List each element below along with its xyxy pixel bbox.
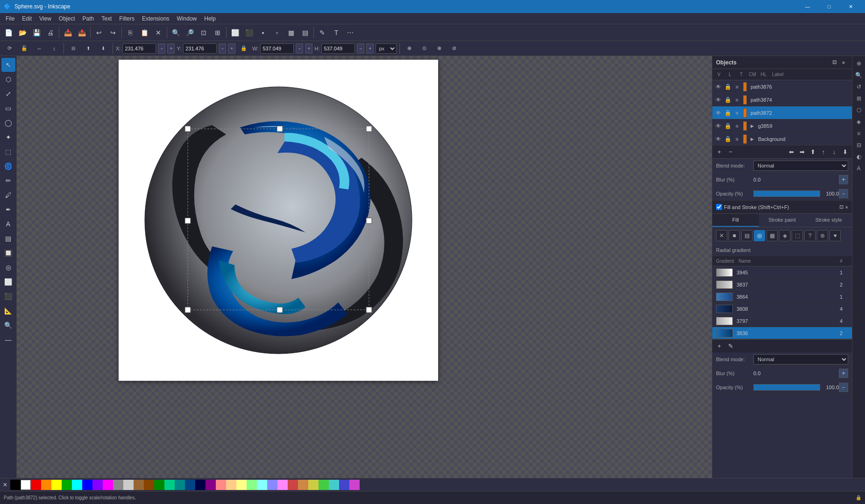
object-row-path3872[interactable]: 👁 🔒 ≡ path3872 <box>712 106 852 119</box>
color-swatch-path3876[interactable] <box>743 82 747 91</box>
zoom-tool[interactable]: ⤢ <box>1 87 15 101</box>
palette-swatch-lightblue[interactable] <box>267 480 277 490</box>
layers-right-button[interactable]: ≡ <box>853 128 865 139</box>
fill-spiral-button[interactable]: ⊛ <box>817 230 828 241</box>
transform-right-button[interactable]: ↺ <box>853 81 865 92</box>
w-minus[interactable]: − <box>296 43 303 54</box>
menu-edit[interactable]: Edit <box>18 14 35 23</box>
zoom-in-button[interactable]: 🔍 <box>169 26 182 39</box>
menu-path[interactable]: Path <box>79 14 98 23</box>
flip-h-button[interactable]: ↔ <box>33 42 46 55</box>
palette-swatch-black[interactable] <box>10 480 21 490</box>
text-tool[interactable]: A <box>1 217 15 231</box>
zoom-out-button[interactable]: 🔎 <box>183 26 196 39</box>
group-button[interactable]: ▦ <box>284 26 298 39</box>
palette-swatch-medgreen[interactable] <box>319 480 329 490</box>
copy-button[interactable]: ⎘ <box>124 26 137 39</box>
align-right-button[interactable]: ▪ <box>256 26 269 39</box>
node-tool[interactable]: ⬡ <box>1 72 15 86</box>
palette-swatch-blue[interactable] <box>82 480 92 490</box>
palette-swatch-orange[interactable] <box>41 480 51 490</box>
object-row-path3876[interactable]: 👁 🔒 ≡ path3876 <box>712 80 852 93</box>
fill-swatch-button[interactable]: ◈ <box>779 230 790 241</box>
stroke-style-tab[interactable]: Stroke style <box>805 214 852 227</box>
circle-tool[interactable]: ◯ <box>1 116 15 130</box>
bottom-opacity-bar[interactable] <box>753 384 820 391</box>
node-editor-button[interactable]: ✎ <box>316 26 329 39</box>
connector-tool[interactable]: — <box>1 333 15 347</box>
zoom-select-button[interactable]: ⊞ <box>211 26 224 39</box>
new-button[interactable]: 📄 <box>2 26 15 39</box>
save-button[interactable]: 💾 <box>30 26 43 39</box>
fill-unknown-button[interactable]: ⬚ <box>792 230 803 241</box>
pencil-tool[interactable]: ✏ <box>1 174 15 188</box>
raise-to-top-button[interactable]: ⬆ <box>808 147 818 157</box>
align-right-button-strip[interactable]: ⊞ <box>853 93 865 104</box>
blur-plus-button[interactable]: + <box>839 175 848 184</box>
lock-aspect-button[interactable]: 🔓 <box>18 42 31 55</box>
order-indent-button[interactable]: ⬅ <box>786 147 796 157</box>
palette-swatch-gray[interactable] <box>113 480 123 490</box>
h-input[interactable] <box>321 43 355 54</box>
flip-v-button[interactable]: ↕ <box>48 42 61 55</box>
palette-swatch-yellow[interactable] <box>51 480 62 490</box>
palette-swatch-olive[interactable] <box>308 480 319 490</box>
gradient-row-3945[interactable]: 3945 1 <box>712 266 852 279</box>
fill-radial-button[interactable]: ◎ <box>754 230 765 241</box>
palette-swatch-darkgreen[interactable] <box>154 480 164 490</box>
menu-text[interactable]: Text <box>98 14 115 23</box>
text-right-button[interactable]: A <box>853 163 865 174</box>
add-layer-button[interactable]: + <box>714 147 724 157</box>
gradient-tool[interactable]: ▤ <box>1 231 15 245</box>
units-select[interactable]: px mm cm in <box>376 43 397 54</box>
align-top-button[interactable]: ▫ <box>270 26 284 39</box>
menu-extensions[interactable]: Extensions <box>138 14 173 23</box>
palette-swatch-darkteal[interactable] <box>175 480 185 490</box>
canvas-area[interactable] <box>17 56 712 491</box>
align-center-button[interactable]: ⬛ <box>242 26 255 39</box>
symbols-right-button[interactable]: ◈ <box>853 116 865 127</box>
lock-size-button[interactable]: 🔒 <box>237 42 250 55</box>
snap-grid-button[interactable]: ⊗ <box>432 42 446 55</box>
expand-g3859[interactable]: ▶ <box>749 123 755 129</box>
palette-swatch-lightyellow[interactable] <box>236 480 247 490</box>
palette-swatch-lightgray[interactable] <box>123 480 134 490</box>
spray-tool[interactable]: ◎ <box>1 260 15 274</box>
palette-swatch-darkorange[interactable] <box>298 480 308 490</box>
measure-tool[interactable]: 📐 <box>1 304 15 318</box>
add-gradient-button[interactable]: + <box>714 341 724 351</box>
calligraphy-tool[interactable]: ✒ <box>1 203 15 217</box>
more-tools-button[interactable]: ⋯ <box>344 26 357 39</box>
palette-swatch-brown[interactable] <box>134 480 144 490</box>
palette-swatch-magenta[interactable] <box>103 480 113 490</box>
ungroup-button[interactable]: ▤ <box>298 26 312 39</box>
lock-toggle-g3859[interactable]: 🔒 <box>723 122 732 130</box>
fill-linear-button[interactable]: ▤ <box>741 230 752 241</box>
rect-tool[interactable]: ▭ <box>1 101 15 115</box>
bottom-blur-plus-button[interactable]: + <box>839 369 848 378</box>
fill-stroke-close[interactable]: × <box>845 204 848 210</box>
delete-button[interactable]: ✕ <box>152 26 165 39</box>
gradient-row-3836[interactable]: 3836 2 <box>712 327 852 339</box>
visibility-toggle-path3872[interactable]: 👁 <box>714 109 723 117</box>
bottom-opacity-minus-button[interactable]: − <box>839 383 848 392</box>
import-button[interactable]: 📥 <box>61 26 74 39</box>
star-tool[interactable]: ✦ <box>1 130 15 144</box>
lock-toggle-path3874[interactable]: 🔒 <box>723 96 732 104</box>
palette-swatch-purple[interactable] <box>92 480 103 490</box>
pen-tool[interactable]: 🖊 <box>1 188 15 202</box>
y-input[interactable] <box>183 43 217 54</box>
lower-button-obj[interactable]: ↓ <box>829 147 839 157</box>
nodes-right-button[interactable]: ⬡ <box>853 105 865 116</box>
palette-swatch-red[interactable] <box>31 480 41 490</box>
objects-panel-options[interactable]: ⊡ <box>830 58 839 67</box>
palette-swatch-darkbrown[interactable] <box>144 480 154 490</box>
color-swatch-background[interactable] <box>743 134 747 144</box>
h-minus[interactable]: − <box>357 43 364 54</box>
snap-nodes-button[interactable]: ⊙ <box>418 42 431 55</box>
paste-button[interactable]: 📋 <box>138 26 151 39</box>
w-input[interactable] <box>260 43 294 54</box>
palette-swatch-cyan[interactable] <box>72 480 82 490</box>
text-tool-button[interactable]: T <box>330 26 343 39</box>
fill-tab[interactable]: Fill <box>712 214 759 227</box>
